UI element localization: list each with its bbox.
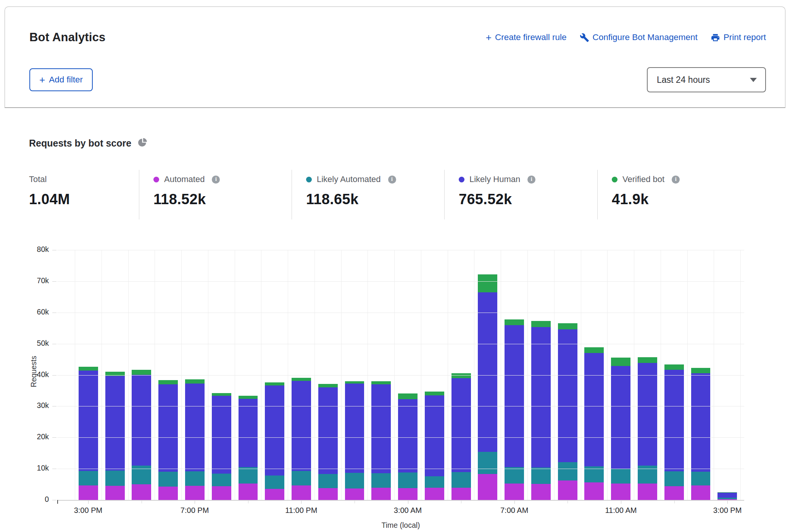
bar-segment-verified-bot[interactable] bbox=[478, 274, 497, 292]
bar-segment-likely-human[interactable] bbox=[584, 353, 604, 466]
bar-segment-likely-human[interactable] bbox=[664, 370, 684, 471]
bar-segment-likely-human[interactable] bbox=[611, 366, 630, 469]
bar-segment-likely-automated[interactable] bbox=[345, 473, 364, 488]
bar-segment-verified-bot[interactable] bbox=[212, 393, 231, 396]
bar-segment-verified-bot[interactable] bbox=[158, 380, 178, 384]
bar-segment-likely-human[interactable] bbox=[505, 325, 524, 468]
bar-segment-automated[interactable] bbox=[318, 488, 338, 500]
bar-segment-likely-human[interactable] bbox=[531, 327, 551, 468]
bar-segment-likely-human[interactable] bbox=[345, 384, 364, 472]
bar-segment-automated[interactable] bbox=[451, 488, 471, 500]
bar-segment-verified-bot[interactable] bbox=[505, 319, 524, 325]
bar-segment-likely-automated[interactable] bbox=[717, 498, 737, 499]
bar-segment-likely-automated[interactable] bbox=[185, 471, 205, 486]
bar-segment-likely-automated[interactable] bbox=[292, 471, 311, 485]
bar-segment-likely-automated[interactable] bbox=[239, 467, 258, 484]
bar-segment-likely-human[interactable] bbox=[398, 399, 418, 472]
bar-segment-likely-automated[interactable] bbox=[371, 473, 391, 488]
bar-segment-automated[interactable] bbox=[505, 484, 524, 500]
bar-segment-automated[interactable] bbox=[292, 485, 311, 500]
bar-segment-automated[interactable] bbox=[664, 486, 684, 500]
bar-segment-likely-automated[interactable] bbox=[318, 474, 338, 488]
bar-segment-likely-automated[interactable] bbox=[638, 466, 657, 484]
bar-segment-automated[interactable] bbox=[212, 486, 231, 500]
bar-segment-likely-human[interactable] bbox=[451, 378, 471, 472]
bar-segment-automated[interactable] bbox=[584, 482, 604, 500]
bar-segment-likely-human[interactable] bbox=[371, 384, 391, 473]
bar-segment-automated[interactable] bbox=[185, 486, 205, 500]
bar-segment-likely-automated[interactable] bbox=[664, 471, 684, 486]
bar-segment-likely-human[interactable] bbox=[558, 329, 577, 462]
add-filter-button[interactable]: + Add filter bbox=[29, 68, 93, 91]
bar-segment-likely-human[interactable] bbox=[265, 385, 284, 476]
bar-segment-automated[interactable] bbox=[265, 489, 284, 500]
info-icon[interactable]: i bbox=[212, 176, 220, 184]
bar-segment-automated[interactable] bbox=[345, 488, 364, 500]
bar-segment-verified-bot[interactable] bbox=[239, 396, 258, 399]
bar-segment-likely-human[interactable] bbox=[239, 399, 258, 467]
bar-segment-likely-human[interactable] bbox=[318, 387, 338, 474]
configure-bot-management-link[interactable]: Configure Bot Management bbox=[580, 32, 698, 42]
bar-segment-verified-bot[interactable] bbox=[558, 323, 577, 329]
bar-segment-likely-automated[interactable] bbox=[531, 468, 551, 484]
bar-segment-verified-bot[interactable] bbox=[451, 373, 471, 378]
bar-segment-likely-automated[interactable] bbox=[79, 471, 98, 485]
bar-segment-verified-bot[interactable] bbox=[318, 384, 338, 387]
bar-segment-automated[interactable] bbox=[638, 484, 657, 500]
bar-segment-likely-automated[interactable] bbox=[212, 474, 231, 486]
bar-segment-likely-automated[interactable] bbox=[505, 467, 524, 484]
bar-segment-likely-human[interactable] bbox=[717, 492, 737, 498]
bar-segment-likely-human[interactable] bbox=[212, 396, 231, 474]
bar-segment-automated[interactable] bbox=[425, 488, 444, 500]
bar-segment-likely-automated[interactable] bbox=[398, 472, 418, 488]
info-icon[interactable]: i bbox=[388, 176, 396, 184]
bar-segment-automated[interactable] bbox=[691, 485, 711, 500]
bar-segment-verified-bot[interactable] bbox=[345, 381, 364, 384]
bar-segment-verified-bot[interactable] bbox=[185, 379, 205, 384]
bar-segment-verified-bot[interactable] bbox=[664, 364, 684, 370]
create-firewall-rule-link[interactable]: + Create firewall rule bbox=[486, 32, 567, 42]
bar-segment-automated[interactable] bbox=[79, 485, 98, 500]
bar-segment-automated[interactable] bbox=[558, 480, 577, 500]
bar-segment-likely-human[interactable] bbox=[691, 373, 711, 472]
bar-segment-verified-bot[interactable] bbox=[717, 492, 737, 493]
bar-segment-likely-automated[interactable] bbox=[611, 469, 630, 483]
bar-segment-likely-automated[interactable] bbox=[265, 476, 284, 488]
bar-segment-verified-bot[interactable] bbox=[584, 347, 604, 353]
bar-segment-automated[interactable] bbox=[717, 499, 737, 500]
bar-segment-likely-automated[interactable] bbox=[451, 472, 471, 488]
bar-segment-verified-bot[interactable] bbox=[425, 392, 444, 395]
bar-segment-likely-automated[interactable] bbox=[691, 472, 711, 485]
bar-segment-likely-human[interactable] bbox=[425, 395, 444, 476]
bar-segment-likely-human[interactable] bbox=[638, 363, 657, 466]
bar-segment-likely-automated[interactable] bbox=[558, 462, 577, 480]
bar-segment-likely-automated[interactable] bbox=[425, 476, 444, 488]
bar-segment-verified-bot[interactable] bbox=[611, 358, 630, 366]
bar-segment-verified-bot[interactable] bbox=[691, 368, 711, 374]
print-report-link[interactable]: Print report bbox=[711, 32, 766, 42]
bar-segment-verified-bot[interactable] bbox=[132, 370, 151, 374]
bar-segment-verified-bot[interactable] bbox=[371, 381, 391, 384]
bar-segment-verified-bot[interactable] bbox=[292, 378, 311, 381]
bar-segment-likely-human[interactable] bbox=[185, 384, 205, 471]
bar-segment-automated[interactable] bbox=[239, 484, 258, 500]
bar-segment-verified-bot[interactable] bbox=[638, 357, 657, 363]
bar-segment-automated[interactable] bbox=[478, 474, 497, 500]
info-icon[interactable]: i bbox=[672, 176, 680, 184]
bar-segment-automated[interactable] bbox=[398, 488, 418, 500]
bar-segment-likely-automated[interactable] bbox=[158, 472, 178, 486]
bar-segment-likely-human[interactable] bbox=[478, 292, 497, 452]
bar-segment-verified-bot[interactable] bbox=[265, 382, 284, 385]
bar-segment-likely-automated[interactable] bbox=[105, 471, 125, 486]
bar-segment-automated[interactable] bbox=[158, 487, 178, 500]
bar-segment-likely-human[interactable] bbox=[105, 376, 125, 471]
bar-segment-verified-bot[interactable] bbox=[79, 367, 98, 371]
time-range-select[interactable]: Last 24 hours bbox=[647, 67, 766, 92]
bar-segment-likely-human[interactable] bbox=[292, 381, 311, 471]
bar-segment-likely-automated[interactable] bbox=[478, 452, 497, 474]
bar-segment-likely-human[interactable] bbox=[158, 384, 178, 472]
bar-segment-likely-human[interactable] bbox=[79, 371, 98, 471]
bar-segment-automated[interactable] bbox=[105, 486, 125, 500]
bar-segment-automated[interactable] bbox=[371, 488, 391, 500]
info-icon[interactable]: i bbox=[527, 176, 535, 184]
